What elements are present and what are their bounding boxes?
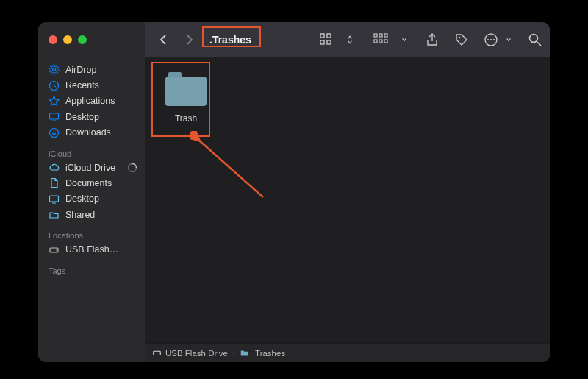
grid-icon bbox=[319, 32, 334, 47]
svg-point-25 bbox=[56, 249, 57, 251]
file-label: Trash bbox=[175, 113, 197, 124]
chevron-right-icon bbox=[183, 34, 195, 46]
sidebar-item-desktop[interactable]: Desktop bbox=[38, 109, 145, 124]
sidebar-item-label: USB Flash… bbox=[65, 244, 118, 255]
path-segment-usb-flash-drive[interactable]: USB Flash Drive bbox=[152, 348, 228, 358]
window-controls bbox=[38, 22, 145, 57]
content-area: Trash USB Flash Drive›.Trashes bbox=[145, 57, 550, 362]
svg-point-14 bbox=[493, 39, 495, 40]
group-by-button[interactable] bbox=[373, 32, 388, 47]
svg-point-13 bbox=[490, 39, 492, 40]
clock-icon bbox=[49, 80, 60, 91]
sidebar-item-label: Documents bbox=[65, 178, 112, 188]
path-segment--trashes[interactable]: .Trashes bbox=[240, 348, 285, 358]
svg-rect-1 bbox=[327, 34, 331, 38]
chevron-left-icon bbox=[158, 34, 170, 46]
finder-window: .Trashes bbox=[38, 22, 550, 362]
sidebar-heading-icloud: iCloud bbox=[38, 146, 145, 160]
svg-rect-8 bbox=[379, 40, 382, 43]
path-separator: › bbox=[232, 349, 235, 358]
svg-rect-7 bbox=[374, 40, 377, 43]
svg-rect-0 bbox=[320, 34, 324, 38]
progress-icon bbox=[127, 163, 137, 173]
drive-icon bbox=[49, 244, 60, 255]
download-icon bbox=[49, 127, 60, 138]
sidebar-item-label: Downloads bbox=[65, 127, 111, 138]
file-item-trash[interactable]: Trash bbox=[157, 69, 215, 124]
chevron-down-icon bbox=[401, 37, 407, 43]
sidebar-item-label: Desktop bbox=[65, 194, 99, 204]
drive-icon bbox=[152, 348, 162, 358]
sidebar-heading-locations: Locations bbox=[38, 228, 145, 241]
svg-point-10 bbox=[459, 37, 461, 39]
ellipsis-circle-icon bbox=[484, 32, 498, 47]
up-down-icon bbox=[347, 35, 353, 45]
sidebar-item-applications[interactable]: Applications bbox=[38, 93, 145, 109]
folder-icon bbox=[165, 72, 207, 106]
svg-point-12 bbox=[487, 39, 489, 40]
apps-icon bbox=[49, 96, 60, 107]
sidebar-item-downloads[interactable]: Downloads bbox=[38, 125, 145, 141]
chevron-down-icon bbox=[506, 37, 512, 43]
search-button[interactable] bbox=[528, 32, 542, 47]
path-label: USB Flash Drive bbox=[165, 349, 228, 358]
sidebar-item-label: AirDrop bbox=[65, 65, 96, 75]
sidebar-item-recents[interactable]: Recents bbox=[38, 77, 145, 93]
view-icons-button[interactable] bbox=[319, 32, 334, 47]
sidebar-item-airdrop[interactable]: AirDrop bbox=[38, 62, 145, 77]
tag-icon bbox=[454, 32, 469, 47]
sidebar-item-documents[interactable]: Documents bbox=[38, 175, 145, 191]
sidebar-item-shared[interactable]: Shared bbox=[38, 207, 145, 222]
folder-icon bbox=[240, 348, 249, 358]
action-menu-button[interactable] bbox=[484, 32, 498, 47]
sidebar-item-label: Desktop bbox=[65, 112, 99, 122]
share-icon bbox=[425, 32, 440, 47]
minimize-button[interactable] bbox=[63, 35, 72, 44]
path-label: .Trashes bbox=[253, 349, 285, 358]
sidebar-item-desktop[interactable]: Desktop bbox=[38, 191, 145, 207]
titlebar: .Trashes bbox=[38, 22, 550, 57]
svg-rect-20 bbox=[50, 113, 59, 119]
grid-menu-icon bbox=[373, 32, 388, 47]
sidebar-item-label: Applications bbox=[65, 96, 115, 106]
desktop-icon bbox=[49, 111, 60, 122]
sidebar-item-label: iCloud Drive bbox=[65, 163, 115, 173]
toolbar: .Trashes bbox=[145, 22, 550, 57]
sidebar: AirDropRecentsApplicationsDesktopDownloa… bbox=[38, 57, 145, 362]
forward-button[interactable] bbox=[183, 34, 195, 46]
svg-rect-4 bbox=[374, 34, 377, 37]
desktop-icon bbox=[49, 194, 60, 205]
window-title: .Trashes bbox=[202, 32, 259, 48]
svg-rect-6 bbox=[384, 34, 387, 37]
sidebar-item-usb-flash-[interactable]: USB Flash… bbox=[38, 241, 145, 257]
sidebar-item-icloud-drive[interactable]: iCloud Drive bbox=[38, 160, 145, 175]
svg-rect-3 bbox=[327, 40, 331, 44]
file-grid[interactable]: Trash bbox=[145, 57, 550, 343]
doc-icon bbox=[49, 177, 60, 188]
svg-point-17 bbox=[51, 66, 57, 73]
sidebar-item-label: Shared bbox=[65, 210, 95, 220]
sidebar-item-label: Recents bbox=[65, 80, 99, 91]
sharedfolder-icon bbox=[49, 209, 60, 220]
svg-rect-23 bbox=[50, 196, 59, 202]
back-button[interactable] bbox=[158, 34, 170, 46]
maximize-button[interactable] bbox=[78, 35, 87, 44]
sidebar-heading-tags: Tags bbox=[38, 263, 145, 277]
svg-point-27 bbox=[159, 353, 159, 353]
share-button[interactable] bbox=[425, 32, 440, 47]
svg-rect-5 bbox=[379, 34, 382, 37]
path-bar: USB Flash Drive›.Trashes bbox=[145, 343, 550, 362]
airdrop-icon bbox=[49, 64, 60, 75]
tag-button[interactable] bbox=[454, 32, 469, 47]
search-icon bbox=[528, 32, 542, 47]
cloud-icon bbox=[49, 162, 60, 173]
svg-point-15 bbox=[530, 35, 538, 43]
close-button[interactable] bbox=[49, 35, 57, 44]
svg-point-16 bbox=[53, 68, 56, 71]
svg-rect-9 bbox=[384, 40, 387, 43]
svg-rect-2 bbox=[320, 40, 324, 44]
